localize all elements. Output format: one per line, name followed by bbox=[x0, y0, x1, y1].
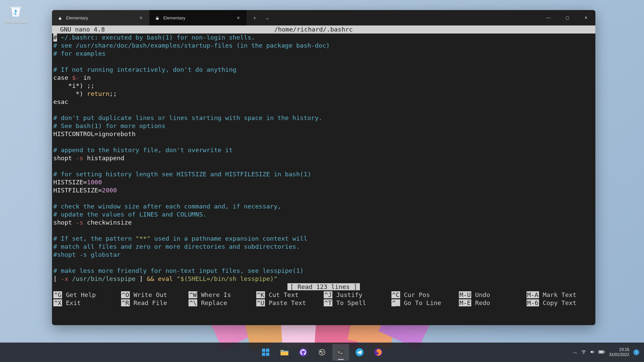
notification-badge[interactable]: 1 bbox=[633, 349, 639, 355]
recycle-bin-icon bbox=[8, 3, 24, 19]
minimize-button[interactable]: — bbox=[539, 10, 558, 25]
editor-content: ## ~/.bashrc: executed by bash(1) for no… bbox=[52, 34, 595, 283]
svg-rect-8 bbox=[262, 349, 265, 352]
svg-point-17 bbox=[321, 353, 323, 354]
svg-point-21 bbox=[583, 353, 584, 354]
terminal-button[interactable] bbox=[332, 344, 349, 361]
svg-point-7 bbox=[158, 17, 158, 17]
svg-rect-24 bbox=[599, 351, 603, 353]
tray-chevron-icon[interactable]: ︿ bbox=[573, 349, 578, 355]
svg-rect-9 bbox=[266, 349, 269, 352]
svg-rect-11 bbox=[266, 353, 269, 356]
tux-icon bbox=[57, 15, 63, 20]
wifi-icon[interactable] bbox=[581, 349, 586, 356]
titlebar[interactable]: Elementary ✕ Elementary ✕ ＋ ⌄ — ▢ ✕ bbox=[52, 10, 595, 25]
tab-elementary-1[interactable]: Elementary ✕ bbox=[52, 10, 149, 25]
close-window-button[interactable]: ✕ bbox=[577, 10, 595, 25]
start-button[interactable] bbox=[257, 344, 274, 361]
tab-title: Elementary bbox=[66, 15, 88, 20]
terminal-icon bbox=[336, 348, 345, 357]
telegram-button[interactable] bbox=[351, 344, 368, 361]
nano-header: GNU nano 4.8 /home/richard/.bashrc bbox=[52, 25, 595, 34]
terminal-window: Elementary ✕ Elementary ✕ ＋ ⌄ — ▢ ✕ GNU … bbox=[52, 10, 595, 325]
obs-icon bbox=[318, 348, 326, 357]
file-explorer-button[interactable] bbox=[276, 344, 293, 361]
svg-point-6 bbox=[156, 17, 157, 17]
svg-point-16 bbox=[322, 351, 324, 353]
nano-filepath: /home/richard/.bashrc bbox=[274, 25, 353, 34]
volume-icon[interactable] bbox=[590, 349, 595, 356]
folder-icon bbox=[280, 348, 289, 357]
svg-rect-18 bbox=[337, 349, 344, 355]
tux-icon bbox=[155, 15, 160, 20]
recycle-bin-label: Recycle Bin bbox=[3, 19, 29, 24]
github-desktop-button[interactable] bbox=[295, 344, 312, 361]
firefox-icon bbox=[374, 348, 383, 357]
recycle-bin[interactable]: Recycle Bin bbox=[3, 3, 29, 24]
new-tab-button[interactable]: ＋ bbox=[249, 12, 261, 23]
telegram-icon bbox=[355, 348, 364, 357]
windows-icon bbox=[261, 348, 270, 357]
svg-rect-23 bbox=[604, 351, 605, 352]
nano-shortcuts: ^G Get Help ^O Write Out ^W Where Is ^K … bbox=[52, 291, 595, 309]
svg-point-15 bbox=[320, 351, 322, 352]
clock-time: 23:15 bbox=[609, 347, 629, 352]
nano-status: [ Read 123 lines ] bbox=[52, 283, 595, 291]
terminal-body[interactable]: GNU nano 4.8 /home/richard/.bashrc ## ~/… bbox=[52, 25, 595, 325]
taskbar-clock[interactable]: 23:15 31/01/2022 bbox=[609, 347, 629, 357]
svg-rect-10 bbox=[262, 353, 265, 356]
tab-close-button[interactable]: ✕ bbox=[234, 14, 242, 21]
tab-elementary-2[interactable]: Elementary ✕ bbox=[149, 10, 247, 25]
tab-dropdown-button[interactable]: ⌄ bbox=[261, 12, 273, 23]
obs-button[interactable] bbox=[314, 344, 330, 361]
tab-title: Elementary bbox=[163, 15, 185, 20]
nano-version: GNU nano 4.8 bbox=[60, 25, 105, 34]
maximize-button[interactable]: ▢ bbox=[558, 10, 577, 25]
battery-icon[interactable] bbox=[598, 350, 605, 355]
clock-date: 31/01/2022 bbox=[609, 352, 629, 357]
svg-point-3 bbox=[60, 17, 61, 17]
tab-close-button[interactable]: ✕ bbox=[137, 14, 145, 21]
github-icon bbox=[299, 348, 308, 357]
taskbar[interactable]: ︿ 23:15 31/01/2022 1 bbox=[0, 343, 644, 362]
firefox-button[interactable] bbox=[370, 344, 387, 361]
svg-point-2 bbox=[59, 17, 60, 17]
